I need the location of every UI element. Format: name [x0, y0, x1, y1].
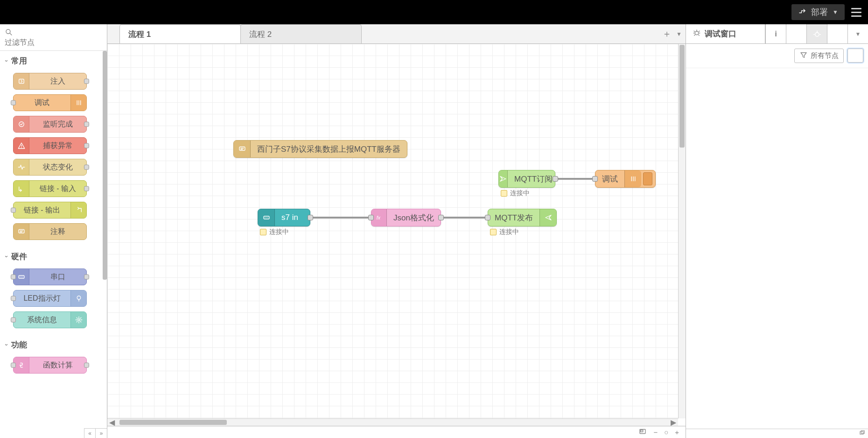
input-port[interactable]	[11, 296, 16, 301]
input-port[interactable]	[11, 363, 16, 368]
palette-node-sysinfo[interactable]: 系统信息	[13, 311, 87, 328]
input-port[interactable]	[11, 100, 16, 106]
palette-category-common[interactable]: › 常用	[0, 51, 102, 71]
flow-canvas[interactable]: 西门子S7协议采集数据上报MQTT服务器 s7 in 连接中 fx Json格式…	[107, 44, 678, 418]
palette-node-comment[interactable]: 注释	[13, 223, 87, 240]
inject-icon	[14, 73, 29, 89]
main-menu-button[interactable]	[851, 8, 861, 17]
serial-icon	[14, 269, 29, 285]
svg-rect-2	[19, 79, 24, 84]
palette-search-input[interactable]	[5, 38, 102, 47]
palette-node-link-in[interactable]: 链接 - 输入	[13, 180, 87, 197]
deploy-button[interactable]: 部署 ▼	[791, 4, 845, 20]
output-port[interactable]	[84, 165, 89, 170]
flow-node-mqtt-subscribe[interactable]: MQTT订阅 连接中	[498, 170, 555, 188]
node-label: 监听完成	[29, 120, 86, 129]
input-port[interactable]	[485, 215, 490, 220]
debug-toggle[interactable]	[643, 172, 652, 185]
zoom-out-button[interactable]: −	[651, 428, 659, 436]
sidebar-debug-tab[interactable]: 调试窗口	[686, 24, 765, 43]
flow-menu-button[interactable]: ▼	[676, 31, 682, 37]
deploy-icon	[798, 8, 806, 16]
node-palette: › 常用 注入 调试 监听完成	[0, 24, 107, 438]
output-port[interactable]	[84, 363, 89, 368]
output-port[interactable]	[84, 79, 89, 84]
sidebar-info-tab[interactable]: i	[765, 24, 786, 43]
palette-category-function-items: 函数计算	[0, 355, 102, 380]
input-port[interactable]	[368, 215, 374, 220]
flow-node-comment[interactable]: 西门子S7协议采集数据上报MQTT服务器	[233, 140, 407, 158]
svg-line-42	[699, 35, 700, 36]
link-out-icon	[70, 202, 86, 218]
palette-node-led[interactable]: LED指示灯	[13, 290, 87, 307]
palette-search-row	[0, 24, 107, 51]
flow-node-json-format[interactable]: fx Json格式化	[371, 209, 441, 226]
input-port[interactable]	[592, 176, 598, 182]
zoom-in-button[interactable]: +	[673, 428, 681, 436]
complete-icon	[14, 116, 29, 132]
palette-collapse-up[interactable]: «	[84, 429, 96, 438]
palette-toggle-controls: « »	[84, 428, 107, 438]
debug-filter-button[interactable]: 所有节点	[794, 49, 844, 63]
debug-clear-button[interactable]	[847, 49, 863, 63]
node-label: 西门子S7协议采集数据上报MQTT服务器	[251, 144, 407, 155]
comment-icon	[234, 141, 251, 157]
function-icon	[14, 357, 29, 373]
palette-node-debug[interactable]: 调试	[13, 94, 87, 111]
zoom-reset-button[interactable]: ○	[662, 428, 670, 436]
sidebar-debug-tab-icon[interactable]	[806, 24, 827, 43]
sidebar-help-tab[interactable]	[786, 24, 806, 43]
node-label: 注释	[29, 227, 86, 237]
input-port[interactable]	[11, 275, 16, 280]
canvas-horizontal-scrollbar[interactable]: ◀ ▶	[107, 418, 678, 426]
output-port[interactable]	[308, 215, 313, 220]
sidebar-more-button[interactable]: ▼	[847, 24, 868, 43]
output-port[interactable]	[553, 176, 558, 182]
palette-node-complete[interactable]: 监听完成	[13, 116, 87, 133]
output-port[interactable]	[84, 275, 89, 280]
svg-line-1	[10, 33, 12, 35]
palette-node-inject[interactable]: 注入	[13, 73, 87, 90]
canvas-vertical-scrollbar[interactable]	[678, 44, 686, 418]
led-icon	[70, 290, 86, 306]
palette-category-hardware[interactable]: › 硬件	[0, 247, 102, 267]
flow-tab-1[interactable]: 流程 1	[119, 24, 241, 43]
palette-node-catch[interactable]: 捕获异常	[13, 137, 87, 154]
flow-node-s7-in[interactable]: s7 in 连接中	[258, 209, 310, 226]
debug-messages-panel	[686, 68, 868, 429]
category-label: 功能	[11, 339, 27, 350]
flow-node-debug[interactable]: 调试	[595, 170, 656, 188]
node-label: 状态变化	[29, 162, 86, 172]
palette-node-status[interactable]: 状态变化	[13, 159, 87, 176]
scroll-left-icon: ◀	[109, 419, 115, 426]
palette-node-link-out[interactable]: 链接 - 输出	[13, 202, 87, 219]
svg-line-38	[699, 31, 700, 32]
svg-rect-21	[239, 147, 245, 151]
node-status: 连接中	[260, 228, 289, 236]
popout-icon[interactable]	[859, 430, 865, 438]
flow-tab-2[interactable]: 流程 2	[240, 24, 362, 43]
chevron-down-icon: ›	[3, 255, 10, 257]
palette-node-serial[interactable]: 串口	[13, 268, 87, 285]
node-label: 系统信息	[14, 315, 70, 325]
input-port[interactable]	[11, 208, 16, 213]
node-label: 捕获异常	[29, 141, 86, 151]
bug-icon	[693, 28, 701, 39]
flow-node-mqtt-publish[interactable]: MQTT发布 连接中	[488, 209, 557, 226]
sidebar-tab-bar: 调试窗口 i ▼	[686, 24, 868, 44]
output-port[interactable]	[84, 122, 89, 127]
navigator-button[interactable]	[637, 427, 649, 437]
output-port[interactable]	[84, 143, 89, 148]
palette-node-function[interactable]: 函数计算	[13, 357, 87, 374]
output-port[interactable]	[84, 186, 89, 191]
palette-category-function[interactable]: › 功能	[0, 335, 102, 355]
input-port[interactable]	[11, 318, 16, 323]
sidebar-config-tab[interactable]	[827, 24, 847, 43]
add-flow-button[interactable]: ＋	[662, 28, 672, 40]
chevron-down-icon: ▼	[833, 9, 838, 15]
svg-text:fx: fx	[377, 215, 381, 220]
output-port[interactable]	[438, 215, 444, 220]
node-label: 链接 - 输入	[29, 184, 86, 194]
palette-collapse-down[interactable]: »	[96, 429, 107, 438]
workspace-footer: − ○ +	[107, 426, 686, 438]
